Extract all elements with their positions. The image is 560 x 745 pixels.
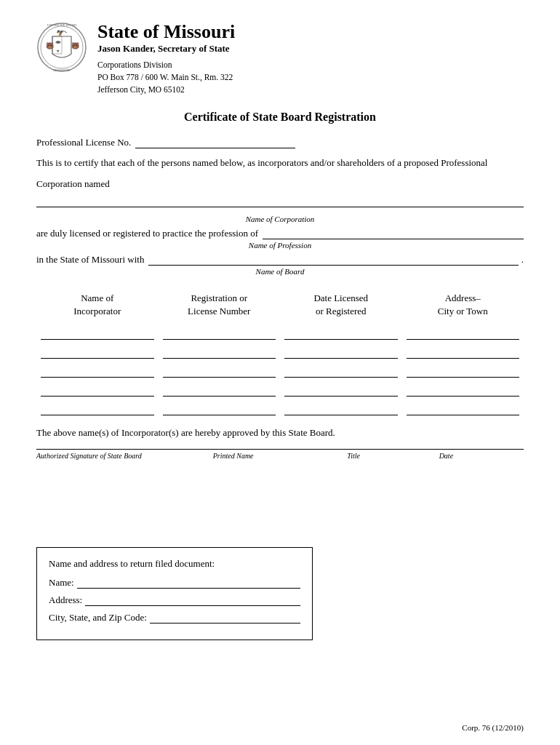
division-line2: PO Box 778 / 600 W. Main St., Rm. 322 bbox=[97, 71, 235, 84]
sig-label-1: Printed Name bbox=[213, 452, 340, 460]
cell-2-0 bbox=[36, 359, 159, 378]
cell-0-3 bbox=[402, 321, 524, 340]
field-4-3[interactable] bbox=[407, 401, 520, 415]
header: ★ 🐻 🐻 🦅 MISSOURI UNITED WE STAND State o… bbox=[36, 22, 524, 96]
secretary-name: Jason Kander, Secretary of State bbox=[97, 43, 235, 55]
division-line3: Jefferson City, MO 65102 bbox=[97, 84, 235, 96]
field-4-1[interactable] bbox=[163, 401, 276, 415]
return-box: Name and address to return filed documen… bbox=[36, 547, 313, 640]
svg-text:🐻: 🐻 bbox=[46, 41, 55, 50]
return-address-label: Address: bbox=[49, 594, 82, 606]
sig-title: Title bbox=[347, 452, 431, 460]
sig-printed: Printed Name bbox=[213, 452, 340, 460]
cell-2-3 bbox=[402, 359, 524, 378]
corp-line: Corporation named bbox=[36, 177, 524, 207]
cell-3-3 bbox=[402, 378, 524, 397]
col-header-2: Date Licensedor Registered bbox=[280, 289, 402, 321]
cell-4-2 bbox=[280, 397, 402, 415]
table-grid: Name ofIncorporator Registration orLicen… bbox=[36, 289, 524, 415]
cell-1-3 bbox=[402, 340, 524, 359]
svg-text:MISSOURI: MISSOURI bbox=[53, 68, 71, 72]
board-field-label: Name of Board bbox=[36, 267, 524, 276]
field-0-1[interactable] bbox=[163, 325, 276, 340]
svg-text:🦅: 🦅 bbox=[57, 29, 64, 36]
profession-field-label: Name of Profession bbox=[36, 241, 524, 250]
license-label: Professional License No. bbox=[36, 137, 131, 148]
sig-label-0: Authorized Signature of State Board bbox=[36, 452, 206, 460]
cell-0-2 bbox=[280, 321, 402, 340]
board-row: in the State of Missouri with . bbox=[36, 254, 524, 266]
sig-label-3: Date bbox=[439, 452, 524, 460]
return-name-label: Name: bbox=[49, 577, 74, 589]
return-name-field[interactable] bbox=[77, 577, 300, 589]
division-info: Corporations Division PO Box 778 / 600 W… bbox=[97, 59, 235, 97]
sig-label-2: Title bbox=[347, 452, 431, 460]
corp-label: Corporation named bbox=[36, 178, 110, 189]
profession-row: are duly licensed or registered to pract… bbox=[36, 228, 524, 239]
seal-icon: ★ 🐻 🐻 🦅 MISSOURI UNITED WE STAND bbox=[36, 22, 87, 73]
sig-date: Date bbox=[439, 452, 524, 460]
field-1-3[interactable] bbox=[407, 344, 520, 359]
col-header-0: Name ofIncorporator bbox=[36, 289, 159, 321]
state-text: in the State of Missouri with bbox=[36, 254, 144, 266]
division-line1: Corporations Division bbox=[97, 59, 235, 71]
board-field[interactable] bbox=[148, 254, 518, 266]
field-2-0[interactable] bbox=[41, 363, 154, 378]
return-address-row: Address: bbox=[49, 594, 300, 606]
cell-3-0 bbox=[36, 378, 159, 397]
license-row: Professional License No. bbox=[36, 137, 524, 148]
state-title: State of Missouri bbox=[97, 22, 235, 43]
return-name-row: Name: bbox=[49, 577, 300, 589]
licensed-text: are duly licensed or registered to pract… bbox=[36, 228, 258, 239]
field-0-0[interactable] bbox=[41, 325, 154, 340]
cell-2-1 bbox=[159, 359, 281, 378]
return-address-field[interactable] bbox=[85, 594, 300, 606]
svg-text:★: ★ bbox=[56, 49, 60, 53]
field-4-2[interactable] bbox=[284, 401, 398, 415]
cell-0-0 bbox=[36, 321, 159, 340]
field-1-2[interactable] bbox=[284, 344, 398, 359]
cell-3-2 bbox=[280, 378, 402, 397]
field-1-0[interactable] bbox=[41, 344, 154, 359]
cell-1-2 bbox=[280, 340, 402, 359]
corp-name-field[interactable] bbox=[36, 196, 524, 207]
cell-4-0 bbox=[36, 397, 159, 415]
cell-2-2 bbox=[280, 359, 402, 378]
return-box-title: Name and address to return filed documen… bbox=[49, 558, 300, 570]
document-title: Certificate of State Board Registration bbox=[36, 111, 524, 124]
field-4-0[interactable] bbox=[41, 401, 154, 415]
field-3-3[interactable] bbox=[407, 382, 520, 397]
cell-4-1 bbox=[159, 397, 281, 415]
return-city-field[interactable] bbox=[150, 612, 300, 624]
header-text: State of Missouri Jason Kander, Secretar… bbox=[97, 22, 235, 96]
field-2-1[interactable] bbox=[163, 363, 276, 378]
field-1-1[interactable] bbox=[163, 344, 276, 359]
field-0-3[interactable] bbox=[407, 325, 520, 340]
cell-1-1 bbox=[159, 340, 281, 359]
sig-auth: Authorized Signature of State Board bbox=[36, 452, 206, 460]
license-field[interactable] bbox=[135, 137, 295, 148]
cell-0-1 bbox=[159, 321, 281, 340]
field-3-0[interactable] bbox=[41, 382, 154, 397]
field-2-3[interactable] bbox=[407, 363, 520, 378]
svg-text:🐻: 🐻 bbox=[71, 41, 80, 50]
table-section: Name ofIncorporator Registration orLicen… bbox=[36, 289, 524, 415]
cell-1-0 bbox=[36, 340, 159, 359]
page: ★ 🐻 🐻 🦅 MISSOURI UNITED WE STAND State o… bbox=[0, 0, 560, 745]
form-number: Corp. 76 (12/2010) bbox=[462, 723, 524, 732]
approval-text: The above name(s) of Incorporator(s) are… bbox=[36, 427, 524, 439]
profession-field[interactable] bbox=[263, 228, 524, 239]
col-header-3: Address–City or Town bbox=[402, 289, 524, 321]
svg-text:UNITED WE STAND: UNITED WE STAND bbox=[47, 23, 77, 27]
corp-field-label: Name of Corporation bbox=[36, 215, 524, 223]
paragraph1: This is to certify that each of the pers… bbox=[36, 156, 524, 171]
field-2-2[interactable] bbox=[284, 363, 398, 378]
trailing-dot: . bbox=[521, 254, 524, 266]
return-city-label: City, State, and Zip Code: bbox=[49, 612, 147, 624]
field-3-1[interactable] bbox=[163, 382, 276, 397]
field-3-2[interactable] bbox=[284, 382, 398, 397]
col-header-1: Registration orLicense Number bbox=[159, 289, 281, 321]
field-0-2[interactable] bbox=[284, 325, 398, 340]
cell-3-1 bbox=[159, 378, 281, 397]
cell-4-3 bbox=[402, 397, 524, 415]
